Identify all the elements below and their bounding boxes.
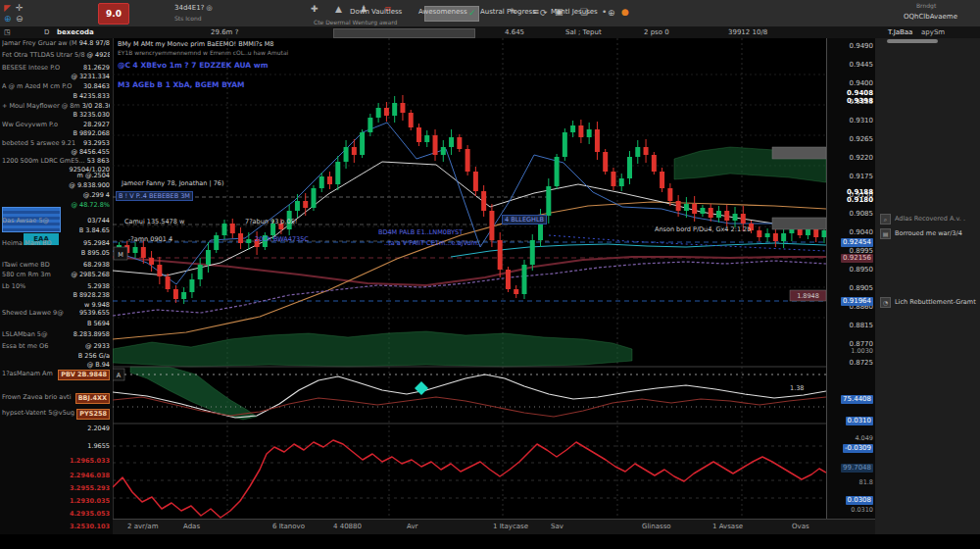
market-watch-row[interactable]: 4.2935.053 xyxy=(2,510,110,519)
market-watch-row[interactable]: Jamar Frey Gruar aw (M94.8 97/8 xyxy=(2,39,110,48)
symbol-label: 580 cm Rm 3m xyxy=(2,271,51,279)
symbol-label: hypset-Vatent 5@v5ug xyxy=(2,409,74,420)
symbol-value: @ 8456.455 xyxy=(71,148,110,157)
candle-body xyxy=(263,235,268,247)
candle-body xyxy=(733,214,738,221)
market-watch-row[interactable]: Ww Gevyvwm P.o28.2927 xyxy=(2,121,110,129)
market-watch-row[interactable]: 2.2946.038 xyxy=(2,472,110,480)
market-watch-row[interactable]: Fet Otra TTLDAS Utrar 5/8@ 4928.495 xyxy=(2,51,110,60)
price-highlight-label: 0.92454 xyxy=(841,238,873,247)
chart-order-box xyxy=(772,147,826,159)
time-axis-label: 6 Itanovo xyxy=(272,523,305,530)
menu-item-4[interactable]: Mantl Jesuses xyxy=(551,8,598,16)
refresh-icon[interactable]: ⟳ xyxy=(540,8,548,18)
market-watch-row[interactable]: 2.2049 xyxy=(2,424,110,433)
candle-body xyxy=(611,172,615,186)
candle-body xyxy=(449,137,454,147)
market-watch-row[interactable]: A @ m Azed M cm P.O30.8463 xyxy=(2,82,110,91)
price-axis[interactable]: 0.94900.94450.94000.93550.93100.92650.92… xyxy=(826,38,876,534)
right-panel-item[interactable]: ▤Borroued me war/3/4 xyxy=(880,228,978,239)
market-watch-row[interactable]: B 9892.068 xyxy=(2,129,110,138)
menu-item-2[interactable]: Awesomeness xyxy=(418,8,467,16)
right-panel-item[interactable]: ⌕Adlas Recovered A.v. . xyxy=(880,214,978,225)
market-watch-row[interactable]: 580 cm Rm 3m@ 2985.268 xyxy=(2,271,110,279)
market-watch-row[interactable]: 1200 500m LDRC GmE5...53 8634 xyxy=(2,157,110,166)
market-watch-row[interactable]: Essa bt me O6@ 2933 xyxy=(2,342,110,351)
market-watch-row[interactable]: B 4235.833 xyxy=(2,92,110,101)
horizontal-scrollbar-thumb[interactable] xyxy=(887,39,938,43)
candle-body xyxy=(498,240,503,270)
autotrade-icon[interactable]: ● xyxy=(621,7,629,17)
market-watch-row[interactable]: 1.2930.035 xyxy=(2,497,110,506)
market-watch-row[interactable]: B 3.84.65 xyxy=(2,226,110,235)
market-watch-row[interactable]: ITawi cwme BD68.2938 xyxy=(2,261,110,270)
market-watch-row[interactable]: bebeted 5 arswee 9.2193.2953 xyxy=(2,139,110,148)
symbol-value: @ 3231.334 xyxy=(71,73,110,81)
market-watch-row[interactable]: BESESE Intese P.O81.2629 xyxy=(2,64,110,73)
market-watch-row[interactable]: 1.2965.033 xyxy=(2,457,110,466)
price-axis-label: 0.9265 xyxy=(850,135,874,144)
cursor-icon[interactable]: ◤ xyxy=(4,3,11,13)
market-watch-row[interactable]: B 5694 xyxy=(2,320,110,328)
symbol-label: ITawi cwme BD xyxy=(2,261,50,270)
symbol-value: @ 2985.268 xyxy=(71,271,110,279)
symbol-name[interactable]: bexecoda xyxy=(57,28,94,37)
market-watch-row[interactable]: B 8928.238 xyxy=(2,291,110,300)
market-watch-row[interactable]: @ B.94 xyxy=(2,361,110,370)
market-watch-row[interactable]: @ 48.72.8% xyxy=(2,201,110,210)
candle-body xyxy=(287,211,292,229)
market-watch-row[interactable]: 1.9655 xyxy=(2,442,110,451)
market-watch-row[interactable]: LSLAMban 5@8.283.8958 xyxy=(2,330,110,339)
price-axis-label: 0.9220 xyxy=(850,154,874,163)
market-watch-row[interactable]: Das Awsae 5@03/744 xyxy=(2,217,110,225)
market-watch-row[interactable]: B 3235.030 xyxy=(2,111,110,120)
window-icon[interactable]: ◳ xyxy=(4,28,11,37)
candle-body xyxy=(166,276,171,289)
market-watch-row[interactable]: Frown Zavea brio avtiBBJ.4XX xyxy=(2,393,110,404)
candle-body xyxy=(660,172,664,188)
market-watch-row[interactable]: hypset-Vatent 5@v5ugPYS258 xyxy=(2,409,110,420)
market-watch-row[interactable]: Shewed Lawwe 9@9539.655 xyxy=(2,309,110,318)
crosshair-icon[interactable]: ✛ xyxy=(16,3,24,13)
menu-item-1[interactable]: Down Vaultless xyxy=(350,8,402,16)
market-watch-row[interactable]: @ 3231.334 xyxy=(2,73,110,81)
status-text-1: SaI ; Teput xyxy=(565,28,602,37)
market-watch-row[interactable]: B 895.05 xyxy=(2,249,110,258)
market-watch-row[interactable]: Lb 10%5.2938 xyxy=(2,282,110,291)
price-axis-label: 0.8905 xyxy=(850,284,874,293)
timeframe-dropdown[interactable] xyxy=(333,28,475,38)
market-watch-row[interactable]: 1?asManam AmPBV 2B.9848 xyxy=(2,370,110,380)
new-order-button[interactable]: 9.0 xyxy=(98,3,129,25)
menu-item-3[interactable]: Austral Progress xyxy=(480,8,536,16)
submode-label[interactable]: apySm xyxy=(921,28,945,37)
candle-body xyxy=(360,132,365,155)
candle-body xyxy=(441,147,446,155)
objects-icon[interactable]: ▲ xyxy=(335,4,342,14)
timeframe-label[interactable]: 34d4E1? ◎ xyxy=(174,4,213,12)
mode-label[interactable]: T.JaBaa xyxy=(888,28,912,37)
symbol-label: Ww Gevyvwm P.o xyxy=(2,121,58,129)
chart-box-label: 1.8948 xyxy=(797,292,819,300)
zoom-in-icon[interactable]: ⊕ xyxy=(4,14,12,24)
candle-body xyxy=(157,265,162,276)
market-watch-row[interactable]: @.299 4 xyxy=(2,191,110,200)
right-panel-item[interactable]: ◔Lich Rebuttlement-Gramt .. Quicovered xyxy=(880,297,978,308)
candle-body xyxy=(570,125,575,132)
market-watch-row[interactable]: m @.2504 xyxy=(2,172,110,180)
ma-purple-line xyxy=(113,261,826,316)
market-watch-row[interactable]: 3.2530.103 xyxy=(2,523,110,531)
indicator-icon[interactable]: ✚ xyxy=(311,4,318,14)
add-icon[interactable]: ⊕ xyxy=(608,8,615,18)
zoom-out-icon[interactable]: ⊖ xyxy=(16,14,24,24)
market-watch-row[interactable]: 3.2955.293 xyxy=(2,484,110,493)
market-watch-row[interactable]: B 256 G/a xyxy=(2,352,110,361)
candlestick-chart[interactable]: 1.8948MA xyxy=(113,38,826,519)
time-axis[interactable]: 2 avr/amAdas6 Itanovo4 40880Avr1 Itaycas… xyxy=(113,519,875,535)
timeframe-value[interactable]: 29.6m ? xyxy=(211,28,238,37)
symbol-value: 2.2049 xyxy=(87,424,110,433)
market-watch-row[interactable]: + Moul Mayflower @ 8m3/0 28.3604 xyxy=(2,102,110,111)
market-watch-row[interactable]: Heima Mam BD95.2984 xyxy=(2,239,110,248)
market-watch-row[interactable]: @ 9.838.900 xyxy=(2,181,110,190)
candle-body xyxy=(457,137,462,149)
market-watch-row[interactable]: @ 8456.455 xyxy=(2,148,110,157)
